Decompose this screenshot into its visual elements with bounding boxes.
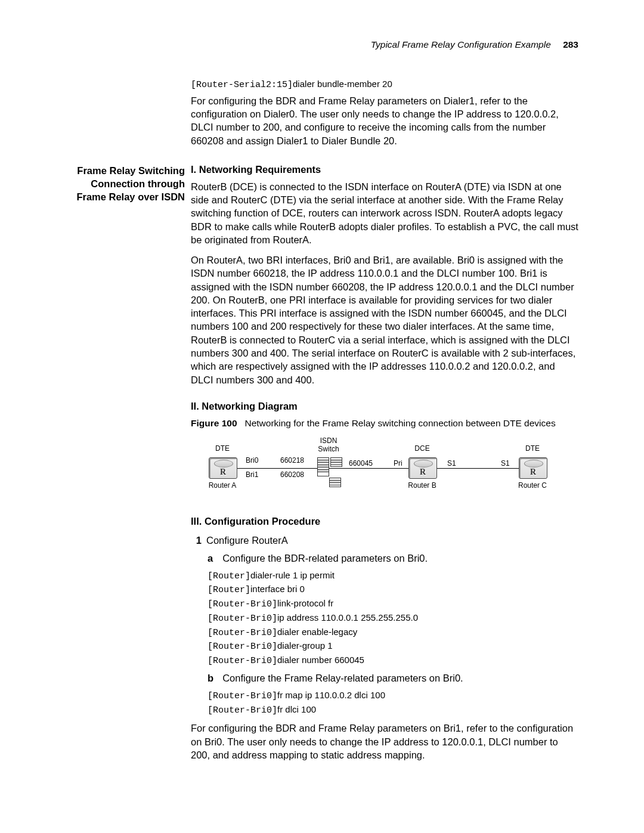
content-column: [Router-Serial2:15]dialer bundle-member …: [191, 78, 578, 761]
isdn-switch-icon: ISDN Switch: [316, 457, 343, 478]
code-prompt: [Router-Bri0]: [208, 599, 277, 609]
page-number: 283: [563, 39, 578, 49]
section-fr-switching: Frame Relay Switching Connection through…: [191, 164, 578, 761]
code-command: link-protocol fr: [277, 598, 333, 608]
header-title: Typical Frame Relay Configuration Exampl…: [371, 39, 551, 49]
step-1a-text: Configure the BDR-related parameters on …: [222, 553, 428, 563]
code-prompt: [Router-Bri0]: [208, 642, 277, 652]
isdn-switch-role: ISDN Switch: [315, 437, 342, 454]
code-line: [Router-Bri0]link-protocol fr: [208, 597, 578, 611]
code-prompt: [Router-Bri0]: [208, 614, 277, 624]
tail-paragraph: For configuring the BDR and Frame Relay …: [191, 721, 578, 761]
code-line: [Router-Bri0]dialer-group 1: [208, 639, 578, 654]
label-bri1: Bri1: [246, 470, 258, 479]
step-1a: a Configure the BDR-related parameters o…: [208, 553, 578, 564]
router-b-icon: DCE R Router B: [408, 457, 436, 479]
code-command: fr map ip 110.0.0.2 dlci 100: [277, 690, 385, 700]
label-switch-num: 660045: [349, 459, 373, 467]
label-bri0: Bri0: [246, 456, 258, 465]
code-prompt: [Router-Bri0]: [208, 691, 277, 701]
code-command: dialer-group 1: [277, 640, 333, 651]
router-a-name: Router A: [199, 481, 246, 490]
label-pri: Pri: [394, 459, 402, 467]
code-prompt: [Router-Bri0]: [208, 656, 277, 666]
code-command: dialer number 660045: [277, 655, 364, 665]
code-command: interface bri 0: [250, 584, 305, 594]
code-line: [Router-Bri0]fr map ip 110.0.0.2 dlci 10…: [208, 689, 578, 703]
document-page: Typical Frame Relay Configuration Exampl…: [0, 0, 644, 816]
subhead-diagram: II. Networking Diagram: [191, 401, 578, 412]
step-1a-code: [Router]dialer-rule 1 ip permit[Router]i…: [208, 569, 578, 668]
label-c-s1: S1: [501, 459, 510, 467]
router-a-role: DTE: [209, 444, 236, 453]
code-prompt: [Router-Bri0]: [208, 628, 277, 638]
step-1b: b Configure the Frame Relay-related para…: [208, 673, 578, 684]
code-line: [Router-Bri0]dialer number 660045: [208, 654, 578, 668]
code-command: dialer-rule 1 ip permit: [250, 570, 335, 580]
figure-number: Figure 100: [191, 418, 237, 428]
network-diagram: DTE R Router A Bri0 Bri1 660218 660208 I…: [209, 439, 549, 501]
router-c-name: Router C: [509, 481, 556, 490]
router-icon: R: [209, 457, 237, 479]
running-header: Typical Frame Relay Configuration Exampl…: [66, 39, 578, 50]
router-icon: R: [408, 457, 437, 479]
figure-caption-text: Networking for the Frame Relay switching…: [244, 418, 555, 428]
code-line: [Router-Bri0]fr dlci 100: [208, 703, 578, 717]
intro-code-line: [Router-Serial2:15]dialer bundle-member …: [191, 78, 578, 92]
step-1: 1Configure RouterA: [191, 533, 578, 548]
label-b-s1: S1: [447, 459, 456, 467]
router-c-icon: DTE R Router C: [519, 457, 546, 479]
code-line: [Router-Bri0]dialer enable-legacy: [208, 625, 578, 640]
router-b-name: Router B: [398, 481, 446, 490]
code-command: fr dlci 100: [277, 704, 316, 714]
label-num1: 660208: [280, 470, 304, 479]
code-line: [Router-Bri0]ip address 110.0.0.1 255.25…: [208, 611, 578, 625]
link-line: [236, 468, 519, 469]
req-paragraph-1: RouterB (DCE) is connected to the ISDN i…: [191, 180, 578, 246]
code-prompt: [Router]: [208, 571, 250, 581]
step-text: Configure RouterA: [206, 535, 288, 546]
intro-paragraph: For configuring the BDR and Frame Relay …: [191, 94, 578, 147]
figure-caption: Figure 100 Networking for the Frame Rela…: [191, 418, 578, 429]
router-icon: R: [519, 457, 547, 479]
router-a-icon: DTE R Router A: [209, 457, 236, 479]
router-b-role: DCE: [408, 444, 436, 453]
code-line: [Router]interface bri 0: [208, 583, 578, 597]
subhead-config: III. Configuration Procedure: [191, 516, 578, 527]
code-line: [Router]dialer-rule 1 ip permit: [208, 569, 578, 583]
code-command: dialer bundle-member 20: [293, 79, 392, 89]
code-prompt: [Router-Bri0]: [208, 705, 277, 716]
code-command: dialer enable-legacy: [277, 627, 357, 637]
label-num0: 660218: [280, 456, 304, 465]
code-command: ip address 110.0.0.1 255.255.255.0: [277, 612, 418, 623]
step-number: 1: [191, 533, 202, 548]
router-c-role: DTE: [519, 444, 546, 453]
code-prompt: [Router]: [208, 585, 250, 595]
step-1b-code: [Router-Bri0]fr map ip 110.0.0.2 dlci 10…: [208, 689, 578, 717]
req-paragraph-2: On RouterA, two BRI interfaces, Bri0 and…: [191, 253, 578, 386]
code-prompt: [Router-Serial2:15]: [191, 80, 293, 90]
side-heading: Frame Relay Switching Connection through…: [66, 164, 185, 204]
step-1b-text: Configure the Frame Relay-related parame…: [222, 673, 463, 683]
step-letter: b: [208, 673, 217, 684]
step-letter: a: [208, 553, 217, 564]
subhead-requirements: I. Networking Requirements: [191, 164, 578, 175]
